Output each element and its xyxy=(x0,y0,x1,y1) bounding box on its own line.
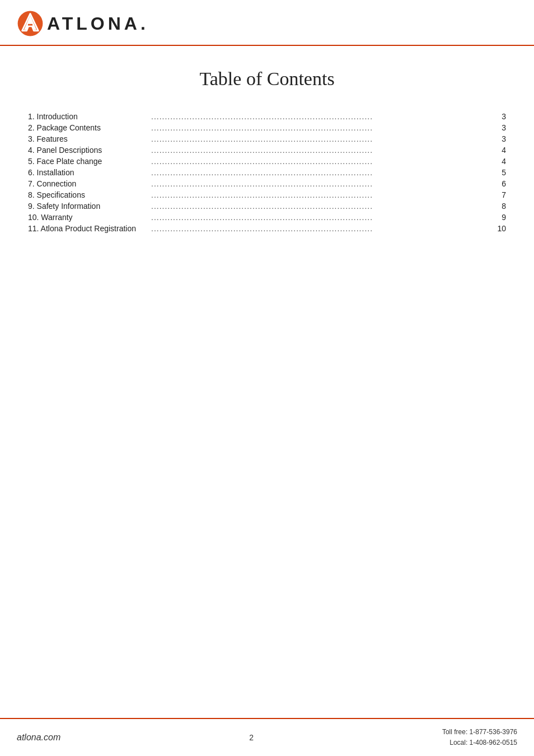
toc-item-label: 8. Specifications xyxy=(28,190,151,199)
toc-row: 6. Installation.........................… xyxy=(28,168,506,177)
page-footer: atlona.com 2 Toll free: 1-877-536-3976 L… xyxy=(0,718,534,756)
toc-item-dots: ........................................… xyxy=(151,112,489,121)
toc-item-page: 5 xyxy=(489,168,506,177)
toc-item-dots: ........................................… xyxy=(151,202,489,211)
toc-row: 7. Connection...........................… xyxy=(28,179,506,188)
toc-item-dots: ........................................… xyxy=(151,157,489,166)
toc-item-dots: ........................................… xyxy=(151,190,489,199)
toc-item-dots: ........................................… xyxy=(151,134,489,143)
toc-row: 5. Face Plate change....................… xyxy=(28,157,506,166)
toc-item-dots: ........................................… xyxy=(151,179,489,188)
footer-toll-free: Toll free: 1-877-536-3976 xyxy=(442,727,517,738)
toc-container: 1. Introduction.........................… xyxy=(28,112,506,233)
toc-item-label: 11. Atlona Product Registration xyxy=(28,224,151,233)
main-content: Table of Contents 1. Introduction.......… xyxy=(0,46,534,718)
toc-item-label: 9. Safety Information xyxy=(28,202,151,211)
toc-item-page: 3 xyxy=(489,112,506,121)
toc-item-label: 5. Face Plate change xyxy=(28,157,151,166)
page-header: ATLONA. xyxy=(0,0,534,46)
toc-item-label: 7. Connection xyxy=(28,179,151,188)
toc-row: 8. Specifications.......................… xyxy=(28,190,506,199)
toc-row: 10. Warranty............................… xyxy=(28,213,506,222)
svg-rect-3 xyxy=(28,24,32,26)
toc-item-page: 4 xyxy=(489,146,506,155)
toc-item-label: 3. Features xyxy=(28,134,151,143)
atlona-wordmark: ATLONA. xyxy=(47,13,149,34)
toc-item-page: 10 xyxy=(489,224,506,233)
toc-item-page: 6 xyxy=(489,179,506,188)
logo-container: ATLONA. xyxy=(17,10,149,37)
toc-item-label: 4. Panel Descriptions xyxy=(28,146,151,155)
footer-website: atlona.com xyxy=(17,732,60,743)
atlona-logo-icon xyxy=(17,10,44,37)
toc-item-page: 7 xyxy=(489,190,506,199)
toc-row: 1. Introduction.........................… xyxy=(28,112,506,121)
footer-local: Local: 1-408-962-0515 xyxy=(442,738,517,748)
toc-item-dots: ........................................… xyxy=(151,168,489,177)
toc-item-dots: ........................................… xyxy=(151,224,489,233)
toc-item-page: 3 xyxy=(489,134,506,143)
toc-row: 11. Atlona Product Registration.........… xyxy=(28,224,506,233)
toc-item-page: 3 xyxy=(489,123,506,132)
footer-contact: Toll free: 1-877-536-3976 Local: 1-408-9… xyxy=(442,727,517,748)
toc-item-label: 10. Warranty xyxy=(28,213,151,222)
toc-row: 2. Package Contents.....................… xyxy=(28,123,506,132)
toc-item-label: 6. Installation xyxy=(28,168,151,177)
footer-page-number: 2 xyxy=(249,733,254,742)
toc-item-page: 9 xyxy=(489,213,506,222)
toc-row: 4. Panel Descriptions...................… xyxy=(28,146,506,155)
toc-item-page: 4 xyxy=(489,157,506,166)
page-title: Table of Contents xyxy=(28,68,506,90)
toc-row: 3. Features.............................… xyxy=(28,134,506,143)
toc-item-dots: ........................................… xyxy=(151,123,489,132)
toc-item-page: 8 xyxy=(489,202,506,211)
toc-item-label: 1. Introduction xyxy=(28,112,151,121)
toc-row: 9. Safety Information...................… xyxy=(28,202,506,211)
toc-item-dots: ........................................… xyxy=(151,146,489,155)
toc-item-dots: ........................................… xyxy=(151,213,489,222)
toc-item-label: 2. Package Contents xyxy=(28,123,151,132)
